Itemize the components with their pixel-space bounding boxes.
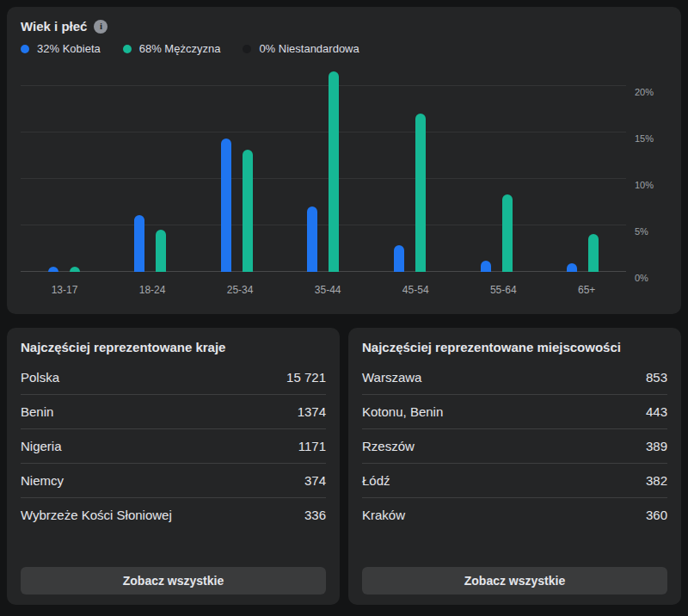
- legend-label: 68% Mężczyzna: [139, 42, 221, 55]
- city-label: Warszawa: [362, 370, 421, 385]
- table-row: Łódź 382: [362, 463, 667, 497]
- bar-mężczyzna-25-34: [243, 150, 253, 272]
- x-axis-tick-35-44: 35-44: [315, 284, 341, 298]
- bar-kobieta-45-54: [394, 245, 404, 272]
- bar-mężczyzna-35-44: [329, 71, 339, 272]
- bar-kobieta-55-64: [481, 261, 491, 272]
- bar-mężczyzna-65+: [588, 234, 599, 272]
- see-all-cities-button[interactable]: Zobacz wszystkie: [362, 567, 667, 594]
- mezczyzna-dot-icon: [123, 45, 132, 53]
- bar-group-55-64: [481, 67, 513, 272]
- country-label: Niemcy: [21, 473, 64, 488]
- city-label: Rzeszów: [362, 439, 415, 453]
- country-value: 374: [304, 473, 326, 488]
- countries-card: Najczęściej reprezentowane kraje Polska …: [7, 328, 340, 605]
- cities-title: Najczęściej reprezentowane miejscowości: [362, 340, 667, 354]
- country-value: 1171: [298, 439, 326, 453]
- country-value: 336: [304, 508, 326, 522]
- x-axis-tick-65+: 65+: [578, 284, 595, 298]
- age-gender-header: Wiek i płeć i: [21, 19, 667, 34]
- x-axis-tick-25-34: 25-34: [227, 284, 254, 298]
- city-label: Kotonu, Benin: [362, 404, 443, 419]
- y-axis-tick: 10%: [635, 180, 654, 190]
- table-row: Polska 15 721: [21, 360, 326, 394]
- country-label: Wybrzeże Kości Słoniowej: [21, 508, 172, 522]
- bar-group-35-44: [307, 67, 339, 272]
- bar-group-25-34: [221, 67, 253, 272]
- see-all-countries-button[interactable]: Zobacz wszystkie: [21, 567, 326, 594]
- city-value: 389: [646, 439, 667, 453]
- cities-card: Najczęściej reprezentowane miejscowości …: [348, 328, 681, 605]
- y-axis-tick: 5%: [635, 226, 648, 237]
- table-row: Niemcy 374: [21, 463, 326, 497]
- bar-kobieta-13-17: [48, 267, 58, 272]
- x-axis-tick-18-24: 18-24: [139, 284, 166, 298]
- y-axis-tick: 0%: [635, 273, 648, 283]
- legend-item-kobieta: 32% Kobieta: [21, 42, 101, 55]
- age-gender-chart: 13-1718-2425-3435-4445-5455-6465+ 0%5%10…: [21, 67, 667, 304]
- bottom-cards-row: Najczęściej reprezentowane kraje Polska …: [7, 328, 681, 605]
- bar-group-13-17: [48, 67, 80, 272]
- legend-label: 0% Niestandardowa: [259, 42, 359, 55]
- bar-kobieta-65+: [567, 263, 577, 272]
- bar-kobieta-25-34: [221, 139, 231, 272]
- x-axis-tick-55-64: 55-64: [490, 284, 517, 298]
- bar-groups: [21, 67, 626, 272]
- table-row: Kotonu, Benin 443: [362, 394, 667, 428]
- country-value: 1374: [298, 404, 326, 419]
- countries-title: Najczęściej reprezentowane kraje: [21, 340, 326, 354]
- chart-x-axis: 13-1718-2425-3435-4445-5455-6465+: [21, 272, 626, 298]
- bar-kobieta-35-44: [307, 206, 317, 272]
- legend-item-mezczyzna: 68% Mężczyzna: [123, 42, 221, 55]
- niestandardowa-dot-icon: [243, 45, 251, 53]
- city-value: 382: [646, 473, 667, 488]
- legend-item-niestandardowa: 0% Niestandardowa: [243, 42, 359, 55]
- city-value: 853: [646, 370, 667, 385]
- country-label: Benin: [21, 404, 53, 419]
- bar-mężczyzna-18-24: [156, 230, 166, 272]
- bar-mężczyzna-45-54: [415, 114, 426, 272]
- bar-group-65+: [567, 67, 599, 272]
- country-value: 15 721: [286, 370, 326, 385]
- x-axis-tick-13-17: 13-17: [52, 284, 78, 298]
- age-gender-title: Wiek i płeć: [21, 19, 87, 34]
- city-value: 443: [646, 404, 667, 419]
- table-row: Nigeria 1171: [21, 428, 326, 463]
- age-gender-card: Wiek i płeć i 32% Kobieta 68% Mężczyzna …: [7, 7, 681, 314]
- table-row: Kraków 360: [362, 497, 667, 532]
- bar-group-18-24: [134, 67, 166, 272]
- chart-plot-area: [21, 67, 626, 272]
- country-label: Polska: [21, 370, 59, 385]
- kobieta-dot-icon: [21, 45, 29, 53]
- city-label: Kraków: [362, 508, 405, 522]
- table-row: Warszawa 853: [362, 360, 667, 394]
- y-axis-tick: 20%: [635, 87, 654, 97]
- x-axis-tick-45-54: 45-54: [402, 284, 429, 298]
- legend-label: 32% Kobieta: [37, 42, 101, 55]
- table-row: Wybrzeże Kości Słoniowej 336: [21, 497, 326, 532]
- country-label: Nigeria: [21, 439, 62, 453]
- info-icon[interactable]: i: [94, 20, 108, 34]
- y-axis-tick: 15%: [635, 133, 654, 144]
- chart-y-axis: 0%5%10%15%20%: [626, 67, 667, 304]
- bar-mężczyzna-55-64: [502, 194, 513, 272]
- bar-group-45-54: [394, 67, 426, 272]
- bar-mężczyzna-13-17: [70, 267, 80, 272]
- city-value: 360: [646, 508, 667, 522]
- city-label: Łódź: [362, 473, 390, 488]
- bar-kobieta-18-24: [134, 215, 144, 272]
- gender-legend: 32% Kobieta 68% Mężczyzna 0% Niestandard…: [21, 42, 667, 55]
- table-row: Rzeszów 389: [362, 428, 667, 463]
- table-row: Benin 1374: [21, 394, 326, 428]
